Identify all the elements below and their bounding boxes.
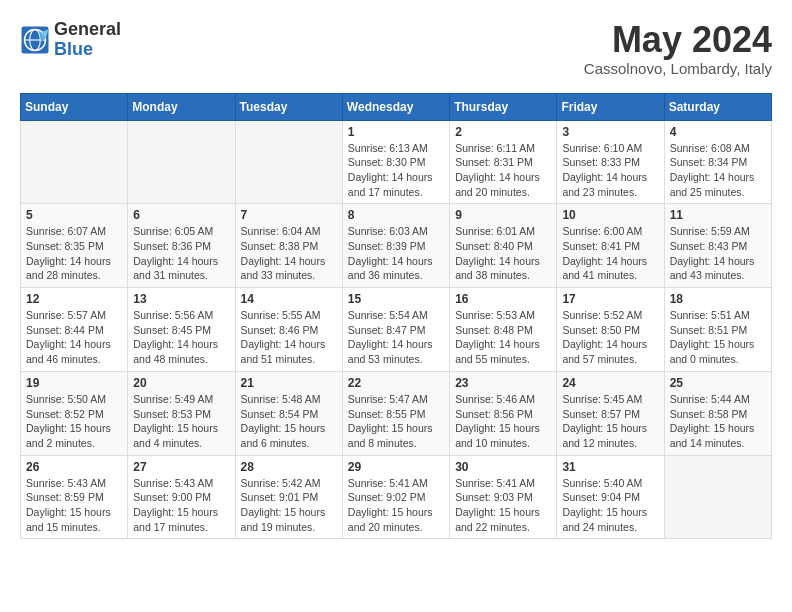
day-info: Sunrise: 5:50 AM Sunset: 8:52 PM Dayligh… bbox=[26, 392, 122, 451]
calendar-cell: 16Sunrise: 5:53 AM Sunset: 8:48 PM Dayli… bbox=[450, 288, 557, 372]
day-info: Sunrise: 5:53 AM Sunset: 8:48 PM Dayligh… bbox=[455, 308, 551, 367]
header-cell-wednesday: Wednesday bbox=[342, 93, 449, 120]
day-number: 9 bbox=[455, 208, 551, 222]
calendar-cell: 27Sunrise: 5:43 AM Sunset: 9:00 PM Dayli… bbox=[128, 455, 235, 539]
day-number: 2 bbox=[455, 125, 551, 139]
calendar-cell: 30Sunrise: 5:41 AM Sunset: 9:03 PM Dayli… bbox=[450, 455, 557, 539]
day-number: 4 bbox=[670, 125, 766, 139]
location: Cassolnovo, Lombardy, Italy bbox=[584, 60, 772, 77]
day-number: 19 bbox=[26, 376, 122, 390]
calendar-cell: 23Sunrise: 5:46 AM Sunset: 8:56 PM Dayli… bbox=[450, 371, 557, 455]
logo-icon bbox=[20, 25, 50, 55]
calendar-cell: 3Sunrise: 6:10 AM Sunset: 8:33 PM Daylig… bbox=[557, 120, 664, 204]
day-info: Sunrise: 5:40 AM Sunset: 9:04 PM Dayligh… bbox=[562, 476, 658, 535]
day-info: Sunrise: 5:41 AM Sunset: 9:02 PM Dayligh… bbox=[348, 476, 444, 535]
day-number: 10 bbox=[562, 208, 658, 222]
day-info: Sunrise: 5:42 AM Sunset: 9:01 PM Dayligh… bbox=[241, 476, 337, 535]
day-number: 30 bbox=[455, 460, 551, 474]
calendar-cell: 19Sunrise: 5:50 AM Sunset: 8:52 PM Dayli… bbox=[21, 371, 128, 455]
page-header: General Blue May 2024 Cassolnovo, Lombar… bbox=[20, 20, 772, 77]
calendar-cell: 13Sunrise: 5:56 AM Sunset: 8:45 PM Dayli… bbox=[128, 288, 235, 372]
logo-text: General Blue bbox=[54, 20, 121, 60]
day-info: Sunrise: 5:55 AM Sunset: 8:46 PM Dayligh… bbox=[241, 308, 337, 367]
day-info: Sunrise: 5:41 AM Sunset: 9:03 PM Dayligh… bbox=[455, 476, 551, 535]
header-row: SundayMondayTuesdayWednesdayThursdayFrid… bbox=[21, 93, 772, 120]
day-number: 24 bbox=[562, 376, 658, 390]
calendar-week-1: 1Sunrise: 6:13 AM Sunset: 8:30 PM Daylig… bbox=[21, 120, 772, 204]
day-info: Sunrise: 5:59 AM Sunset: 8:43 PM Dayligh… bbox=[670, 224, 766, 283]
calendar-cell bbox=[128, 120, 235, 204]
calendar-week-2: 5Sunrise: 6:07 AM Sunset: 8:35 PM Daylig… bbox=[21, 204, 772, 288]
header-cell-monday: Monday bbox=[128, 93, 235, 120]
day-number: 28 bbox=[241, 460, 337, 474]
calendar-cell: 12Sunrise: 5:57 AM Sunset: 8:44 PM Dayli… bbox=[21, 288, 128, 372]
calendar-cell: 4Sunrise: 6:08 AM Sunset: 8:34 PM Daylig… bbox=[664, 120, 771, 204]
month-title: May 2024 bbox=[584, 20, 772, 60]
calendar-cell: 1Sunrise: 6:13 AM Sunset: 8:30 PM Daylig… bbox=[342, 120, 449, 204]
day-info: Sunrise: 5:43 AM Sunset: 8:59 PM Dayligh… bbox=[26, 476, 122, 535]
day-info: Sunrise: 5:56 AM Sunset: 8:45 PM Dayligh… bbox=[133, 308, 229, 367]
day-info: Sunrise: 5:45 AM Sunset: 8:57 PM Dayligh… bbox=[562, 392, 658, 451]
calendar-cell: 6Sunrise: 6:05 AM Sunset: 8:36 PM Daylig… bbox=[128, 204, 235, 288]
day-info: Sunrise: 6:08 AM Sunset: 8:34 PM Dayligh… bbox=[670, 141, 766, 200]
calendar-cell: 2Sunrise: 6:11 AM Sunset: 8:31 PM Daylig… bbox=[450, 120, 557, 204]
day-info: Sunrise: 6:04 AM Sunset: 8:38 PM Dayligh… bbox=[241, 224, 337, 283]
day-number: 14 bbox=[241, 292, 337, 306]
day-number: 16 bbox=[455, 292, 551, 306]
calendar-cell: 22Sunrise: 5:47 AM Sunset: 8:55 PM Dayli… bbox=[342, 371, 449, 455]
calendar-cell: 28Sunrise: 5:42 AM Sunset: 9:01 PM Dayli… bbox=[235, 455, 342, 539]
day-number: 18 bbox=[670, 292, 766, 306]
calendar-week-4: 19Sunrise: 5:50 AM Sunset: 8:52 PM Dayli… bbox=[21, 371, 772, 455]
day-number: 5 bbox=[26, 208, 122, 222]
day-info: Sunrise: 5:43 AM Sunset: 9:00 PM Dayligh… bbox=[133, 476, 229, 535]
day-info: Sunrise: 5:49 AM Sunset: 8:53 PM Dayligh… bbox=[133, 392, 229, 451]
day-info: Sunrise: 5:52 AM Sunset: 8:50 PM Dayligh… bbox=[562, 308, 658, 367]
calendar-cell: 29Sunrise: 5:41 AM Sunset: 9:02 PM Dayli… bbox=[342, 455, 449, 539]
day-number: 20 bbox=[133, 376, 229, 390]
day-info: Sunrise: 5:51 AM Sunset: 8:51 PM Dayligh… bbox=[670, 308, 766, 367]
calendar-cell bbox=[21, 120, 128, 204]
day-number: 17 bbox=[562, 292, 658, 306]
calendar-cell: 8Sunrise: 6:03 AM Sunset: 8:39 PM Daylig… bbox=[342, 204, 449, 288]
calendar-cell: 5Sunrise: 6:07 AM Sunset: 8:35 PM Daylig… bbox=[21, 204, 128, 288]
calendar-cell: 25Sunrise: 5:44 AM Sunset: 8:58 PM Dayli… bbox=[664, 371, 771, 455]
day-number: 27 bbox=[133, 460, 229, 474]
day-info: Sunrise: 6:07 AM Sunset: 8:35 PM Dayligh… bbox=[26, 224, 122, 283]
day-number: 1 bbox=[348, 125, 444, 139]
day-info: Sunrise: 5:54 AM Sunset: 8:47 PM Dayligh… bbox=[348, 308, 444, 367]
calendar-cell: 10Sunrise: 6:00 AM Sunset: 8:41 PM Dayli… bbox=[557, 204, 664, 288]
day-number: 13 bbox=[133, 292, 229, 306]
calendar-cell: 21Sunrise: 5:48 AM Sunset: 8:54 PM Dayli… bbox=[235, 371, 342, 455]
calendar-cell: 7Sunrise: 6:04 AM Sunset: 8:38 PM Daylig… bbox=[235, 204, 342, 288]
day-info: Sunrise: 6:03 AM Sunset: 8:39 PM Dayligh… bbox=[348, 224, 444, 283]
calendar-cell: 20Sunrise: 5:49 AM Sunset: 8:53 PM Dayli… bbox=[128, 371, 235, 455]
title-block: May 2024 Cassolnovo, Lombardy, Italy bbox=[584, 20, 772, 77]
calendar-cell: 15Sunrise: 5:54 AM Sunset: 8:47 PM Dayli… bbox=[342, 288, 449, 372]
day-info: Sunrise: 6:00 AM Sunset: 8:41 PM Dayligh… bbox=[562, 224, 658, 283]
day-info: Sunrise: 5:44 AM Sunset: 8:58 PM Dayligh… bbox=[670, 392, 766, 451]
calendar-cell: 11Sunrise: 5:59 AM Sunset: 8:43 PM Dayli… bbox=[664, 204, 771, 288]
header-cell-thursday: Thursday bbox=[450, 93, 557, 120]
calendar-table: SundayMondayTuesdayWednesdayThursdayFrid… bbox=[20, 93, 772, 540]
day-number: 21 bbox=[241, 376, 337, 390]
day-number: 26 bbox=[26, 460, 122, 474]
day-number: 3 bbox=[562, 125, 658, 139]
calendar-cell: 9Sunrise: 6:01 AM Sunset: 8:40 PM Daylig… bbox=[450, 204, 557, 288]
header-cell-saturday: Saturday bbox=[664, 93, 771, 120]
day-info: Sunrise: 5:47 AM Sunset: 8:55 PM Dayligh… bbox=[348, 392, 444, 451]
header-cell-friday: Friday bbox=[557, 93, 664, 120]
calendar-cell: 24Sunrise: 5:45 AM Sunset: 8:57 PM Dayli… bbox=[557, 371, 664, 455]
day-number: 31 bbox=[562, 460, 658, 474]
calendar-body: 1Sunrise: 6:13 AM Sunset: 8:30 PM Daylig… bbox=[21, 120, 772, 539]
header-cell-tuesday: Tuesday bbox=[235, 93, 342, 120]
day-info: Sunrise: 6:05 AM Sunset: 8:36 PM Dayligh… bbox=[133, 224, 229, 283]
day-number: 7 bbox=[241, 208, 337, 222]
day-info: Sunrise: 6:11 AM Sunset: 8:31 PM Dayligh… bbox=[455, 141, 551, 200]
day-number: 29 bbox=[348, 460, 444, 474]
logo-blue: Blue bbox=[54, 40, 121, 60]
calendar-cell bbox=[235, 120, 342, 204]
day-info: Sunrise: 6:01 AM Sunset: 8:40 PM Dayligh… bbox=[455, 224, 551, 283]
day-info: Sunrise: 6:10 AM Sunset: 8:33 PM Dayligh… bbox=[562, 141, 658, 200]
calendar-cell: 17Sunrise: 5:52 AM Sunset: 8:50 PM Dayli… bbox=[557, 288, 664, 372]
day-number: 15 bbox=[348, 292, 444, 306]
